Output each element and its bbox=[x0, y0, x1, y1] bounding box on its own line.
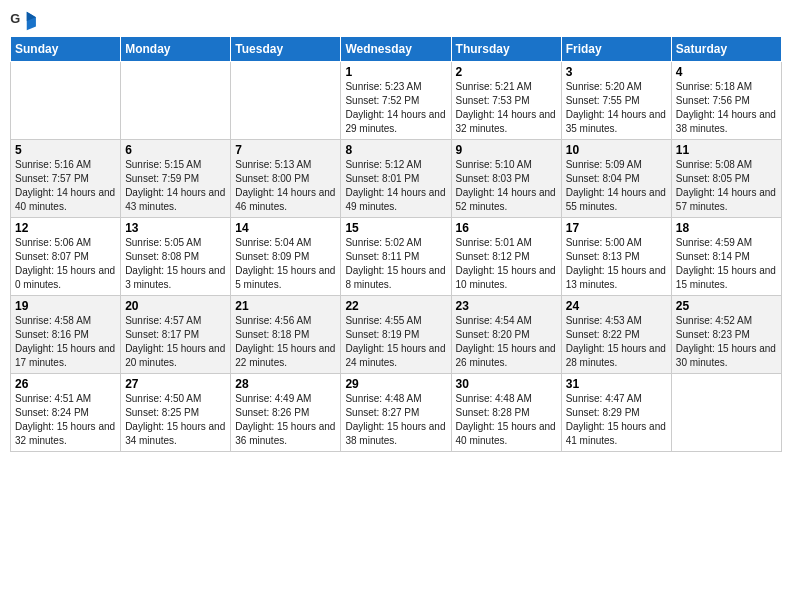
calendar-cell bbox=[121, 62, 231, 140]
day-info: Sunrise: 5:23 AMSunset: 7:52 PMDaylight:… bbox=[345, 80, 446, 136]
weekday-header-tuesday: Tuesday bbox=[231, 37, 341, 62]
calendar-cell: 14Sunrise: 5:04 AMSunset: 8:09 PMDayligh… bbox=[231, 218, 341, 296]
calendar-cell: 15Sunrise: 5:02 AMSunset: 8:11 PMDayligh… bbox=[341, 218, 451, 296]
day-number: 18 bbox=[676, 221, 777, 235]
calendar-cell: 12Sunrise: 5:06 AMSunset: 8:07 PMDayligh… bbox=[11, 218, 121, 296]
calendar-cell bbox=[671, 374, 781, 452]
header: G bbox=[10, 10, 782, 32]
day-number: 21 bbox=[235, 299, 336, 313]
weekday-header-sunday: Sunday bbox=[11, 37, 121, 62]
day-number: 4 bbox=[676, 65, 777, 79]
weekday-header-friday: Friday bbox=[561, 37, 671, 62]
calendar-cell: 6Sunrise: 5:15 AMSunset: 7:59 PMDaylight… bbox=[121, 140, 231, 218]
day-info: Sunrise: 5:04 AMSunset: 8:09 PMDaylight:… bbox=[235, 236, 336, 292]
day-number: 29 bbox=[345, 377, 446, 391]
weekday-header-row: SundayMondayTuesdayWednesdayThursdayFrid… bbox=[11, 37, 782, 62]
calendar-cell: 18Sunrise: 4:59 AMSunset: 8:14 PMDayligh… bbox=[671, 218, 781, 296]
day-info: Sunrise: 5:10 AMSunset: 8:03 PMDaylight:… bbox=[456, 158, 557, 214]
calendar-cell: 31Sunrise: 4:47 AMSunset: 8:29 PMDayligh… bbox=[561, 374, 671, 452]
logo: G bbox=[10, 10, 42, 32]
calendar-cell: 5Sunrise: 5:16 AMSunset: 7:57 PMDaylight… bbox=[11, 140, 121, 218]
week-row-5: 26Sunrise: 4:51 AMSunset: 8:24 PMDayligh… bbox=[11, 374, 782, 452]
day-info: Sunrise: 4:58 AMSunset: 8:16 PMDaylight:… bbox=[15, 314, 116, 370]
calendar-cell: 9Sunrise: 5:10 AMSunset: 8:03 PMDaylight… bbox=[451, 140, 561, 218]
weekday-header-saturday: Saturday bbox=[671, 37, 781, 62]
day-info: Sunrise: 4:49 AMSunset: 8:26 PMDaylight:… bbox=[235, 392, 336, 448]
day-info: Sunrise: 5:20 AMSunset: 7:55 PMDaylight:… bbox=[566, 80, 667, 136]
day-number: 1 bbox=[345, 65, 446, 79]
day-number: 15 bbox=[345, 221, 446, 235]
calendar-cell: 29Sunrise: 4:48 AMSunset: 8:27 PMDayligh… bbox=[341, 374, 451, 452]
day-number: 8 bbox=[345, 143, 446, 157]
calendar-cell: 10Sunrise: 5:09 AMSunset: 8:04 PMDayligh… bbox=[561, 140, 671, 218]
svg-text:G: G bbox=[10, 11, 20, 26]
calendar-cell: 2Sunrise: 5:21 AMSunset: 7:53 PMDaylight… bbox=[451, 62, 561, 140]
calendar-cell: 19Sunrise: 4:58 AMSunset: 8:16 PMDayligh… bbox=[11, 296, 121, 374]
calendar-cell: 22Sunrise: 4:55 AMSunset: 8:19 PMDayligh… bbox=[341, 296, 451, 374]
day-info: Sunrise: 4:55 AMSunset: 8:19 PMDaylight:… bbox=[345, 314, 446, 370]
day-info: Sunrise: 4:47 AMSunset: 8:29 PMDaylight:… bbox=[566, 392, 667, 448]
calendar-cell: 21Sunrise: 4:56 AMSunset: 8:18 PMDayligh… bbox=[231, 296, 341, 374]
day-number: 13 bbox=[125, 221, 226, 235]
calendar-cell: 27Sunrise: 4:50 AMSunset: 8:25 PMDayligh… bbox=[121, 374, 231, 452]
day-number: 31 bbox=[566, 377, 667, 391]
day-number: 3 bbox=[566, 65, 667, 79]
day-info: Sunrise: 4:53 AMSunset: 8:22 PMDaylight:… bbox=[566, 314, 667, 370]
day-info: Sunrise: 4:48 AMSunset: 8:28 PMDaylight:… bbox=[456, 392, 557, 448]
calendar-cell: 11Sunrise: 5:08 AMSunset: 8:05 PMDayligh… bbox=[671, 140, 781, 218]
day-info: Sunrise: 5:02 AMSunset: 8:11 PMDaylight:… bbox=[345, 236, 446, 292]
week-row-2: 5Sunrise: 5:16 AMSunset: 7:57 PMDaylight… bbox=[11, 140, 782, 218]
day-info: Sunrise: 5:05 AMSunset: 8:08 PMDaylight:… bbox=[125, 236, 226, 292]
day-info: Sunrise: 5:01 AMSunset: 8:12 PMDaylight:… bbox=[456, 236, 557, 292]
day-info: Sunrise: 5:09 AMSunset: 8:04 PMDaylight:… bbox=[566, 158, 667, 214]
calendar-cell: 24Sunrise: 4:53 AMSunset: 8:22 PMDayligh… bbox=[561, 296, 671, 374]
day-number: 10 bbox=[566, 143, 667, 157]
day-number: 11 bbox=[676, 143, 777, 157]
day-info: Sunrise: 5:15 AMSunset: 7:59 PMDaylight:… bbox=[125, 158, 226, 214]
day-info: Sunrise: 5:00 AMSunset: 8:13 PMDaylight:… bbox=[566, 236, 667, 292]
day-info: Sunrise: 5:08 AMSunset: 8:05 PMDaylight:… bbox=[676, 158, 777, 214]
day-number: 2 bbox=[456, 65, 557, 79]
calendar-cell: 30Sunrise: 4:48 AMSunset: 8:28 PMDayligh… bbox=[451, 374, 561, 452]
week-row-3: 12Sunrise: 5:06 AMSunset: 8:07 PMDayligh… bbox=[11, 218, 782, 296]
week-row-4: 19Sunrise: 4:58 AMSunset: 8:16 PMDayligh… bbox=[11, 296, 782, 374]
logo-icon: G bbox=[10, 10, 38, 32]
calendar-cell: 1Sunrise: 5:23 AMSunset: 7:52 PMDaylight… bbox=[341, 62, 451, 140]
day-number: 19 bbox=[15, 299, 116, 313]
day-info: Sunrise: 4:59 AMSunset: 8:14 PMDaylight:… bbox=[676, 236, 777, 292]
calendar-cell: 7Sunrise: 5:13 AMSunset: 8:00 PMDaylight… bbox=[231, 140, 341, 218]
day-number: 23 bbox=[456, 299, 557, 313]
day-info: Sunrise: 5:21 AMSunset: 7:53 PMDaylight:… bbox=[456, 80, 557, 136]
weekday-header-monday: Monday bbox=[121, 37, 231, 62]
calendar-cell: 26Sunrise: 4:51 AMSunset: 8:24 PMDayligh… bbox=[11, 374, 121, 452]
day-info: Sunrise: 5:06 AMSunset: 8:07 PMDaylight:… bbox=[15, 236, 116, 292]
calendar-cell: 23Sunrise: 4:54 AMSunset: 8:20 PMDayligh… bbox=[451, 296, 561, 374]
calendar-cell bbox=[231, 62, 341, 140]
day-number: 9 bbox=[456, 143, 557, 157]
calendar-cell: 3Sunrise: 5:20 AMSunset: 7:55 PMDaylight… bbox=[561, 62, 671, 140]
calendar-cell: 28Sunrise: 4:49 AMSunset: 8:26 PMDayligh… bbox=[231, 374, 341, 452]
calendar-cell: 20Sunrise: 4:57 AMSunset: 8:17 PMDayligh… bbox=[121, 296, 231, 374]
calendar-cell: 16Sunrise: 5:01 AMSunset: 8:12 PMDayligh… bbox=[451, 218, 561, 296]
calendar-cell: 4Sunrise: 5:18 AMSunset: 7:56 PMDaylight… bbox=[671, 62, 781, 140]
calendar-cell bbox=[11, 62, 121, 140]
calendar-cell: 8Sunrise: 5:12 AMSunset: 8:01 PMDaylight… bbox=[341, 140, 451, 218]
day-info: Sunrise: 4:51 AMSunset: 8:24 PMDaylight:… bbox=[15, 392, 116, 448]
day-number: 7 bbox=[235, 143, 336, 157]
calendar-cell: 13Sunrise: 5:05 AMSunset: 8:08 PMDayligh… bbox=[121, 218, 231, 296]
day-number: 17 bbox=[566, 221, 667, 235]
calendar-cell: 25Sunrise: 4:52 AMSunset: 8:23 PMDayligh… bbox=[671, 296, 781, 374]
calendar-cell: 17Sunrise: 5:00 AMSunset: 8:13 PMDayligh… bbox=[561, 218, 671, 296]
day-info: Sunrise: 4:48 AMSunset: 8:27 PMDaylight:… bbox=[345, 392, 446, 448]
day-number: 30 bbox=[456, 377, 557, 391]
day-number: 26 bbox=[15, 377, 116, 391]
day-info: Sunrise: 5:16 AMSunset: 7:57 PMDaylight:… bbox=[15, 158, 116, 214]
day-info: Sunrise: 5:18 AMSunset: 7:56 PMDaylight:… bbox=[676, 80, 777, 136]
day-number: 20 bbox=[125, 299, 226, 313]
day-info: Sunrise: 4:52 AMSunset: 8:23 PMDaylight:… bbox=[676, 314, 777, 370]
weekday-header-wednesday: Wednesday bbox=[341, 37, 451, 62]
day-info: Sunrise: 5:12 AMSunset: 8:01 PMDaylight:… bbox=[345, 158, 446, 214]
day-number: 25 bbox=[676, 299, 777, 313]
day-number: 22 bbox=[345, 299, 446, 313]
day-number: 27 bbox=[125, 377, 226, 391]
